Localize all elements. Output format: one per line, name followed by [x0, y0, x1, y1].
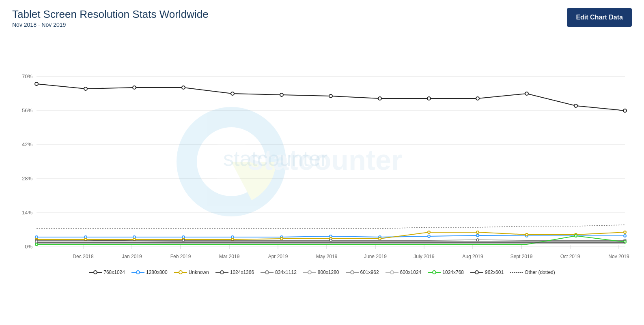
svg-point-99 [265, 271, 269, 274]
legend-item-other: Other (dotted) [510, 269, 555, 275]
svg-point-83 [476, 239, 479, 241]
svg-point-50 [476, 97, 479, 100]
svg-point-45 [231, 92, 234, 95]
svg-text:Dec 2018: Dec 2018 [73, 254, 94, 259]
legend-label-601x962: 601x962 [360, 269, 379, 275]
chart-legend: 768x1024 1280x800 Unknown 1024x1366 834x… [12, 269, 632, 275]
title-block: Tablet Screen Resolution Stats Worldwide… [12, 8, 209, 28]
legend-item-962x601: 962x601 [470, 269, 504, 275]
chart-area: 0% 14% 28% 42% 56% 70% statcounter statc… [12, 32, 632, 267]
legend-item-834x1112: 834x1112 [261, 269, 297, 275]
svg-point-91 [94, 271, 97, 274]
svg-point-109 [475, 271, 478, 274]
svg-point-107 [433, 271, 436, 274]
legend-label-unknown: Unknown [189, 269, 209, 275]
svg-point-101 [308, 271, 311, 274]
svg-text:June 2019: June 2019 [364, 254, 387, 259]
legend-label-1024x768: 1024x768 [442, 269, 464, 275]
svg-point-62 [428, 235, 430, 237]
legend-item-768x1024: 768x1024 [89, 269, 125, 275]
svg-point-72 [280, 237, 283, 240]
svg-point-51 [525, 92, 528, 95]
svg-point-75 [428, 231, 430, 233]
svg-point-87 [35, 243, 38, 246]
svg-point-48 [378, 97, 381, 100]
main-container: Tablet Screen Resolution Stats Worldwide… [0, 0, 644, 325]
svg-text:Oct 2019: Oct 2019 [560, 254, 580, 259]
svg-point-41 [35, 82, 38, 86]
legend-label-1280x800: 1280x800 [146, 269, 168, 275]
svg-text:Mar 2019: Mar 2019 [219, 254, 240, 259]
legend-item-600x1024: 600x1024 [386, 269, 422, 275]
svg-text:statcounter: statcounter [223, 147, 327, 170]
svg-point-82 [330, 239, 332, 242]
legend-label-other: Other (dotted) [525, 269, 555, 275]
svg-point-77 [526, 233, 528, 236]
legend-label-834x1112: 834x1112 [275, 269, 297, 275]
svg-point-49 [427, 97, 431, 100]
svg-point-97 [220, 271, 224, 274]
svg-text:42%: 42% [22, 141, 32, 148]
page-header: Tablet Screen Resolution Stats Worldwide… [12, 8, 632, 28]
svg-text:Sept 2019: Sept 2019 [510, 254, 533, 259]
svg-point-81 [182, 239, 185, 242]
svg-point-66 [624, 235, 626, 237]
svg-point-63 [476, 234, 479, 237]
svg-text:56%: 56% [22, 107, 32, 113]
svg-point-105 [390, 271, 394, 274]
svg-text:Feb 2019: Feb 2019 [170, 254, 191, 259]
svg-text:0%: 0% [25, 244, 32, 250]
chart-title: Tablet Screen Resolution Stats Worldwide [12, 8, 209, 21]
legend-label-800x1280: 800x1280 [318, 269, 339, 275]
svg-point-46 [280, 93, 283, 96]
svg-text:Jan 2019: Jan 2019 [122, 254, 142, 259]
svg-point-52 [574, 104, 577, 107]
svg-text:Nov 2019: Nov 2019 [608, 254, 629, 259]
legend-item-1024x1366: 1024x1366 [215, 269, 254, 275]
svg-text:70%: 70% [22, 73, 32, 79]
svg-point-44 [182, 86, 185, 89]
svg-point-103 [351, 271, 354, 274]
svg-point-95 [179, 271, 182, 274]
svg-point-53 [623, 109, 627, 112]
svg-text:Aug 2019: Aug 2019 [462, 254, 483, 259]
legend-label-600x1024: 600x1024 [400, 269, 422, 275]
svg-point-88 [575, 235, 577, 237]
chart-subtitle: Nov 2018 - Nov 2019 [12, 21, 209, 28]
legend-item-1024x768: 1024x768 [428, 269, 464, 275]
legend-item-unknown: Unknown [174, 269, 209, 275]
legend-item-601x962: 601x962 [346, 269, 379, 275]
legend-item-800x1280: 800x1280 [303, 269, 339, 275]
legend-item-1280x800: 1280x800 [131, 269, 168, 275]
edit-chart-button[interactable]: Edit Chart Data [567, 8, 632, 27]
legend-label-768x1024: 768x1024 [103, 269, 125, 275]
svg-text:Apr 2019: Apr 2019 [268, 254, 288, 259]
svg-point-42 [84, 87, 87, 90]
svg-text:14%: 14% [22, 210, 32, 216]
svg-point-74 [379, 237, 381, 240]
legend-label-962x601: 962x601 [485, 269, 504, 275]
svg-point-47 [329, 94, 332, 98]
svg-text:May 2019: May 2019 [316, 254, 338, 259]
svg-point-76 [476, 231, 479, 233]
svg-text:28%: 28% [22, 175, 32, 182]
legend-label-1024x1366: 1024x1366 [230, 269, 254, 275]
chart-svg: 0% 14% 28% 42% 56% 70% statcounter statc… [12, 32, 632, 267]
svg-point-43 [133, 86, 136, 89]
svg-text:July 2019: July 2019 [414, 254, 435, 259]
svg-point-68 [84, 238, 87, 241]
svg-point-93 [136, 271, 140, 274]
svg-point-79 [624, 231, 626, 233]
